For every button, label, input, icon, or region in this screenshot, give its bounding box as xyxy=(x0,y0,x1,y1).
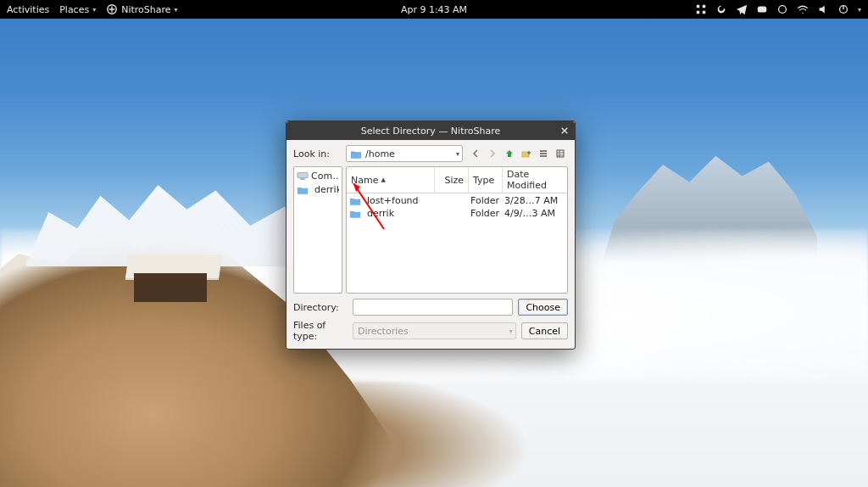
arrow-up-icon xyxy=(504,148,515,159)
directory-label: Directory: xyxy=(293,302,348,313)
file-name: derrik xyxy=(367,208,394,219)
chevron-down-icon: ▾ xyxy=(858,6,861,14)
topbar-places[interactable]: Places ▾ xyxy=(59,4,96,15)
arrow-right-icon xyxy=(487,148,498,159)
topbar-app[interactable]: NitroShare ▾ xyxy=(106,3,177,15)
folder-icon xyxy=(349,209,361,218)
lookin-combo[interactable]: /home ▾ xyxy=(346,145,463,162)
tray-indicator-icon[interactable] xyxy=(695,3,707,15)
tray-telegram-icon[interactable] xyxy=(736,3,748,15)
select-directory-dialog: Select Directory — NitroShare Look in: /… xyxy=(286,120,576,350)
close-icon xyxy=(560,126,569,135)
power-icon[interactable] xyxy=(837,3,849,15)
dialog-title: Select Directory — NitroShare xyxy=(361,126,500,137)
wallpaper-chalet xyxy=(127,255,220,305)
new-folder-icon xyxy=(521,148,531,159)
filetype-label: Files of type: xyxy=(293,320,348,342)
gnome-topbar: Activities Places ▾ NitroShare ▾ Apr 9 1… xyxy=(0,0,868,19)
dialog-titlebar[interactable]: Select Directory — NitroShare xyxy=(287,121,575,140)
place-label: Com… xyxy=(311,171,339,182)
svg-rect-9 xyxy=(557,150,564,157)
svg-rect-10 xyxy=(298,173,308,178)
lookin-label: Look in: xyxy=(293,148,341,160)
file-type: Folder xyxy=(466,195,500,206)
filetype-combo[interactable]: Directories ▾ xyxy=(353,322,516,339)
svg-rect-3 xyxy=(697,11,700,14)
svg-rect-4 xyxy=(703,11,706,14)
place-item[interactable]: derrik xyxy=(297,182,339,196)
back-button[interactable] xyxy=(468,146,483,161)
nitroshare-icon xyxy=(106,3,118,15)
chevron-down-icon: ▾ xyxy=(175,6,178,14)
folder-icon xyxy=(350,149,362,159)
column-type[interactable]: Type xyxy=(469,167,503,193)
computer-icon xyxy=(297,171,309,181)
up-button[interactable] xyxy=(502,146,517,161)
place-item[interactable]: Com… xyxy=(297,169,339,182)
file-row[interactable]: derrikFolder4/9/…3 AM xyxy=(347,207,567,220)
nav-toolbar xyxy=(468,146,568,161)
topbar-app-label: NitroShare xyxy=(121,4,170,15)
place-label: derrik xyxy=(314,184,339,195)
choose-button[interactable]: Choose xyxy=(518,299,568,316)
places-pane: Com…derrik xyxy=(293,166,342,294)
topbar-activities[interactable]: Activities xyxy=(7,4,49,15)
forward-button[interactable] xyxy=(485,146,500,161)
svg-rect-2 xyxy=(703,5,706,8)
column-size[interactable]: Size xyxy=(435,167,469,193)
volume-icon[interactable] xyxy=(817,3,829,15)
file-row[interactable]: lost+foundFolder3/28…7 AM xyxy=(347,194,567,207)
file-date: 4/9/…3 AM xyxy=(500,208,565,219)
directory-input[interactable] xyxy=(353,299,513,316)
column-date[interactable]: Date Modified xyxy=(503,167,567,193)
tray-sync-icon[interactable] xyxy=(776,3,788,15)
wifi-icon[interactable] xyxy=(797,3,809,15)
svg-rect-11 xyxy=(300,179,304,180)
svg-rect-5 xyxy=(758,7,767,13)
svg-rect-1 xyxy=(697,5,700,8)
tray-refresh-icon[interactable] xyxy=(715,3,727,15)
file-name: lost+found xyxy=(367,195,419,206)
chevron-down-icon: ▾ xyxy=(509,327,513,335)
file-list: lost+foundFolder3/28…7 AMderrikFolder4/9… xyxy=(347,193,567,293)
file-pane: Name▲ Size Type Date Modified lost+found… xyxy=(346,166,568,294)
detail-view-button[interactable] xyxy=(553,146,568,161)
tray-discord-icon[interactable] xyxy=(756,3,768,15)
chevron-down-icon: ▾ xyxy=(456,150,459,158)
list-view-button[interactable] xyxy=(536,146,551,161)
column-name[interactable]: Name▲ xyxy=(347,167,435,193)
cancel-button[interactable]: Cancel xyxy=(521,322,568,339)
topbar-clock[interactable]: Apr 9 1:43 AM xyxy=(401,4,467,15)
folder-icon xyxy=(349,196,361,205)
chevron-down-icon: ▾ xyxy=(92,6,96,14)
arrow-left-icon xyxy=(470,148,481,159)
svg-point-6 xyxy=(779,6,787,14)
close-button[interactable] xyxy=(558,124,571,137)
lookin-path: /home xyxy=(365,148,395,160)
folder-icon xyxy=(297,185,309,194)
list-view-icon xyxy=(538,148,548,159)
file-type: Folder xyxy=(466,208,500,219)
detail-view-icon xyxy=(555,148,565,159)
file-date: 3/28…7 AM xyxy=(500,195,565,206)
topbar-places-label: Places xyxy=(59,4,89,15)
filetype-value: Directories xyxy=(358,326,409,337)
new-folder-button[interactable] xyxy=(519,146,534,161)
sort-asc-icon: ▲ xyxy=(381,176,385,183)
